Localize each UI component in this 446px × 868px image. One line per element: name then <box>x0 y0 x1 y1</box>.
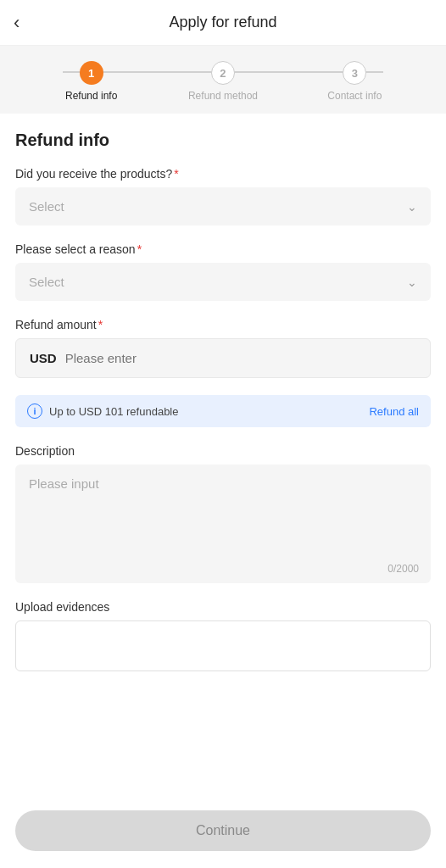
description-placeholder: Please input <box>29 476 99 491</box>
description-input-box[interactable]: Please input 0/2000 <box>15 465 431 583</box>
upload-label: Upload evidences <box>15 600 431 614</box>
received-required: * <box>174 167 178 181</box>
info-icon: i <box>27 403 42 419</box>
step-1-circle: 1 <box>80 61 103 85</box>
reason-label: Please select a reason* <box>15 242 431 256</box>
back-button[interactable]: ‹ <box>14 14 20 32</box>
page-title: Apply for refund <box>169 14 276 31</box>
section-title: Refund info <box>15 131 431 150</box>
amount-input[interactable] <box>65 351 416 365</box>
received-field-group: Did you receive the products?* Select ⌄ <box>15 167 431 225</box>
description-count: 0/2000 <box>387 563 419 575</box>
reason-field-group: Please select a reason* Select ⌄ <box>15 242 431 301</box>
step-1: 1 Refund info <box>25 61 157 102</box>
continue-button[interactable]: Continue <box>15 810 431 851</box>
description-label: Description <box>15 444 431 458</box>
amount-field-group: Refund amount* USD <box>15 318 431 378</box>
received-chevron-icon: ⌄ <box>407 200 417 214</box>
info-left: i Up to USD 101 refundable <box>27 403 178 419</box>
info-text: Up to USD 101 refundable <box>49 405 178 418</box>
received-label: Did you receive the products?* <box>15 167 431 181</box>
received-placeholder: Select <box>29 199 64 214</box>
upload-box[interactable] <box>15 620 431 671</box>
step-3-label: Contact info <box>327 90 382 102</box>
currency-label: USD <box>30 351 57 365</box>
refund-all-button[interactable]: Refund all <box>369 405 419 418</box>
received-select[interactable]: Select ⌄ <box>15 187 431 225</box>
amount-input-box: USD <box>15 338 431 378</box>
amount-label: Refund amount* <box>15 318 431 331</box>
reason-placeholder: Select <box>29 275 64 289</box>
reason-chevron-icon: ⌄ <box>407 275 417 289</box>
footer: Continue <box>0 798 446 868</box>
upload-field-group: Upload evidences <box>15 600 431 671</box>
stepper: 1 Refund info 2 Refund method 3 Contact … <box>0 46 446 114</box>
step-2-label: Refund method <box>188 90 258 102</box>
step-2: 2 Refund method <box>157 61 288 102</box>
reason-select[interactable]: Select ⌄ <box>15 263 431 301</box>
reason-required: * <box>137 242 142 256</box>
step-2-circle: 2 <box>211 61 235 85</box>
info-banner: i Up to USD 101 refundable Refund all <box>15 395 431 427</box>
description-field-group: Description Please input 0/2000 <box>15 444 431 583</box>
main-content: Refund info Did you receive the products… <box>0 114 446 773</box>
amount-required: * <box>98 318 103 331</box>
step-3: 3 Contact info <box>289 61 421 102</box>
header: ‹ Apply for refund <box>0 0 446 46</box>
step-1-label: Refund info <box>65 90 117 102</box>
step-3-circle: 3 <box>343 61 366 85</box>
